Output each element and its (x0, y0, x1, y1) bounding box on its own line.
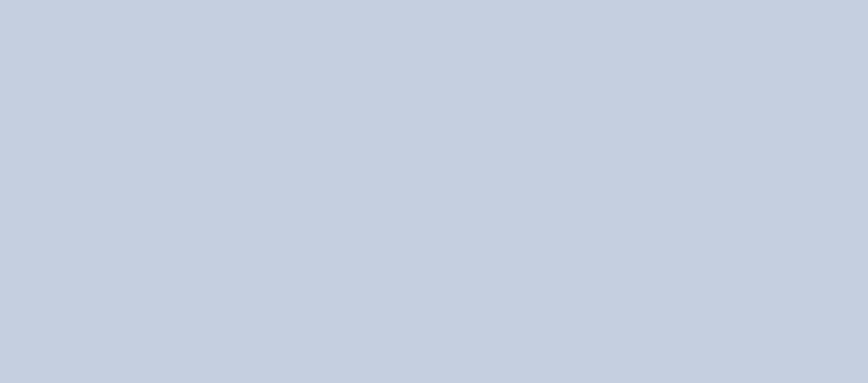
diagram (0, 0, 868, 383)
